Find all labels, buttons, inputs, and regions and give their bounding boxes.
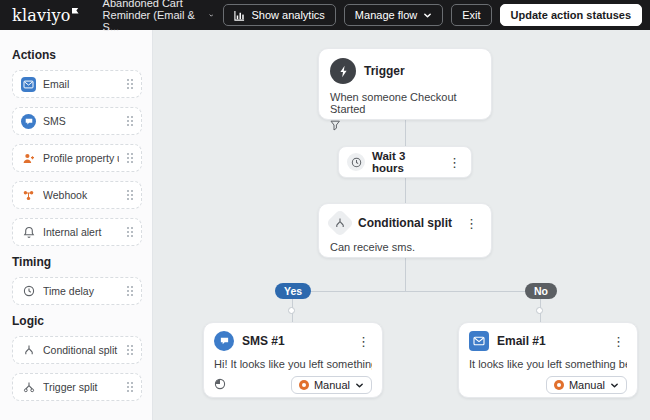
- trigger-title: Trigger: [364, 64, 480, 78]
- drag-handle-icon[interactable]: [126, 189, 134, 201]
- sidebar-item-label: SMS: [43, 115, 119, 127]
- email-title: Email #1: [497, 334, 602, 348]
- bell-icon: [21, 225, 36, 240]
- branch-badge-no: No: [525, 283, 557, 299]
- status-label: Manual: [314, 379, 350, 391]
- drag-handle-icon[interactable]: [126, 152, 134, 164]
- sidebar-item-label: Time delay: [43, 285, 119, 297]
- sidebar-item-label: Email: [43, 78, 119, 90]
- kebab-menu-icon[interactable]: ⋮: [463, 217, 480, 230]
- sms-icon: [214, 331, 234, 351]
- exit-label: Exit: [462, 9, 480, 21]
- email-icon: [21, 77, 36, 92]
- exit-button[interactable]: Exit: [451, 4, 491, 26]
- manage-flow-label: Manage flow: [355, 9, 417, 21]
- sidebar-item-trigger-split[interactable]: Trigger split: [12, 373, 142, 401]
- branch-line: [292, 291, 540, 292]
- connector-line: [405, 178, 406, 203]
- status-dropdown[interactable]: Manual: [546, 376, 627, 394]
- clock-icon: [347, 153, 365, 171]
- update-action-statuses-label: Update action statuses: [511, 9, 631, 21]
- section-heading-actions: Actions: [12, 48, 142, 62]
- webhook-icon: [21, 188, 36, 203]
- kebab-menu-icon[interactable]: ⋮: [446, 156, 463, 169]
- sidebar-item-email[interactable]: Email: [12, 70, 142, 98]
- bar-chart-icon: [234, 10, 245, 21]
- trigger-description: When someone Checkout Started: [330, 91, 480, 115]
- split-icon: [326, 209, 354, 237]
- sidebar-item-webhook[interactable]: Webhook: [12, 181, 142, 209]
- kebab-menu-icon[interactable]: ⋮: [610, 335, 627, 348]
- sms-icon: [21, 114, 36, 129]
- sms-card[interactable]: SMS #1 ⋮ Hi! It looks like you left some…: [203, 322, 383, 398]
- chevron-down-icon: [355, 381, 364, 390]
- connector-line: [405, 258, 406, 291]
- sms-title: SMS #1: [242, 334, 347, 348]
- status-label: Manual: [569, 379, 605, 391]
- chevron-down-icon: [209, 11, 214, 20]
- flow-title: Abandoned Cart Reminder (Email & S...: [103, 0, 203, 33]
- section-heading-logic: Logic: [12, 314, 142, 328]
- trigger-card[interactable]: Trigger When someone Checkout Started: [318, 48, 492, 120]
- drag-handle-icon[interactable]: [126, 285, 134, 297]
- lightning-icon: [330, 58, 356, 84]
- quiet-hours-icon[interactable]: [214, 378, 226, 393]
- profile-property-icon: [21, 151, 36, 166]
- show-analytics-label: Show analytics: [251, 9, 324, 21]
- conditional-split-title: Conditional split: [358, 216, 455, 230]
- sidebar-item-profile-property-update[interactable]: Profile property update: [12, 144, 142, 172]
- sidebar: Actions Email SMS Profile property updat…: [0, 30, 153, 420]
- chevron-down-icon: [423, 11, 432, 20]
- topbar-actions: Show analytics Manage flow Exit Update a…: [223, 4, 642, 26]
- sidebar-item-time-delay[interactable]: Time delay: [12, 277, 142, 305]
- clock-icon: [21, 284, 36, 299]
- sidebar-item-label: Webhook: [43, 189, 119, 201]
- split-icon: [21, 343, 36, 358]
- drag-handle-icon[interactable]: [126, 344, 134, 356]
- drag-handle-icon[interactable]: [126, 226, 134, 238]
- wait-card[interactable]: Wait 3 hours ⋮: [338, 146, 472, 178]
- sidebar-item-conditional-split[interactable]: Conditional split: [12, 336, 142, 364]
- manual-status-icon: [299, 380, 309, 390]
- sidebar-item-sms[interactable]: SMS: [12, 107, 142, 135]
- filter-icon[interactable]: [330, 120, 480, 134]
- connector-node[interactable]: [536, 307, 543, 314]
- status-dropdown[interactable]: Manual: [291, 376, 372, 394]
- update-action-statuses-button[interactable]: Update action statuses: [500, 4, 642, 26]
- kebab-menu-icon[interactable]: ⋮: [355, 335, 372, 348]
- logo-wordmark: klaviyo: [12, 6, 71, 25]
- chevron-down-icon: [610, 381, 619, 390]
- sidebar-item-internal-alert[interactable]: Internal alert: [12, 218, 142, 246]
- show-analytics-button[interactable]: Show analytics: [223, 4, 335, 26]
- manage-flow-button[interactable]: Manage flow: [344, 4, 443, 26]
- branch-badge-yes: Yes: [275, 283, 311, 299]
- drag-handle-icon[interactable]: [126, 115, 134, 127]
- top-bar: klaviyo Abandoned Cart Reminder (Email &…: [0, 0, 650, 30]
- sidebar-item-label: Internal alert: [43, 226, 119, 238]
- sms-message-preview: Hi! It looks like you left something in …: [214, 358, 372, 370]
- sidebar-item-label: Profile property update: [43, 152, 119, 164]
- split-icon: [21, 380, 36, 395]
- conditional-split-card[interactable]: Conditional split ⋮ Can receive sms.: [318, 203, 492, 258]
- drag-handle-icon[interactable]: [126, 381, 134, 393]
- flow-title-menu[interactable]: Abandoned Cart Reminder (Email & S...: [103, 0, 214, 33]
- conditional-split-description: Can receive sms.: [330, 241, 480, 253]
- sidebar-item-label: Trigger split: [43, 381, 119, 393]
- connector-node[interactable]: [288, 307, 295, 314]
- drag-handle-icon[interactable]: [126, 78, 134, 90]
- klaviyo-logo: klaviyo: [12, 6, 79, 25]
- email-icon: [469, 331, 489, 351]
- wait-title: Wait 3 hours: [372, 150, 439, 174]
- sidebar-item-label: Conditional split: [43, 344, 119, 356]
- email-message-preview: It looks like you left something behind.…: [469, 358, 627, 370]
- email-card[interactable]: Email #1 ⋮ It looks like you left someth…: [458, 322, 638, 398]
- flow-canvas[interactable]: Trigger When someone Checkout Started Wa…: [153, 30, 650, 420]
- section-heading-timing: Timing: [12, 255, 142, 269]
- manual-status-icon: [554, 380, 564, 390]
- klaviyo-flag-icon: [72, 8, 79, 14]
